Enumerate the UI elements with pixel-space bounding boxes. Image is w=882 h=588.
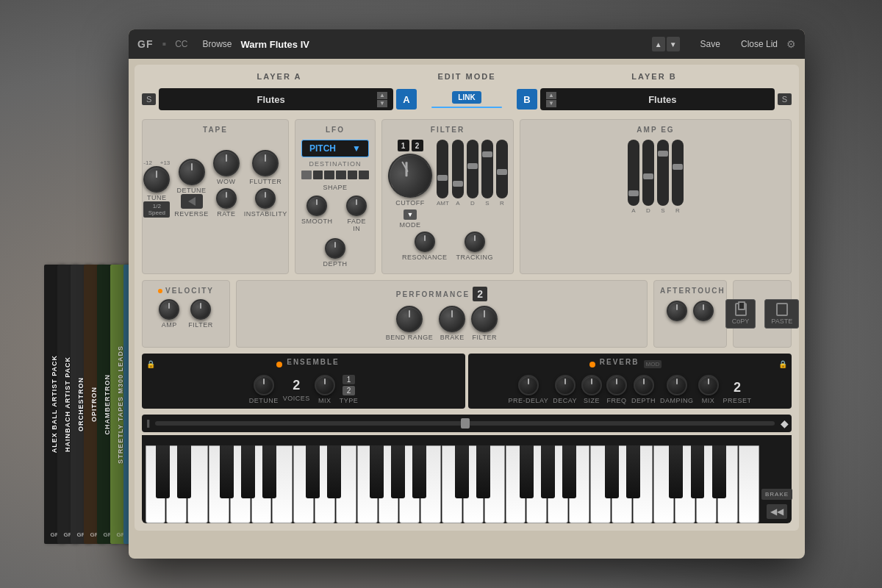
- tune-knob[interactable]: [143, 166, 170, 193]
- ensemble-type1-btn[interactable]: 1: [343, 375, 356, 384]
- black-key[interactable]: [262, 445, 276, 498]
- black-key[interactable]: [391, 445, 405, 498]
- layer-b-down[interactable]: ▼: [546, 100, 556, 107]
- black-key[interactable]: [669, 445, 683, 498]
- layer-a-solo-button[interactable]: S: [142, 93, 156, 105]
- lfo-shape-square[interactable]: [313, 171, 323, 179]
- lfo-shape-random[interactable]: [359, 171, 369, 179]
- layer-a-up[interactable]: ▲: [377, 92, 387, 99]
- lfo-depth-knob[interactable]: [325, 238, 345, 259]
- layer-a-button[interactable]: A: [396, 89, 417, 110]
- black-key[interactable]: [455, 445, 469, 498]
- filter-a-thumb[interactable]: [453, 181, 463, 187]
- save-button[interactable]: Save: [700, 39, 720, 49]
- resonance-knob[interactable]: [415, 232, 435, 252]
- ensemble-detune-knob[interactable]: [254, 375, 274, 395]
- lfo-destination-button[interactable]: PITCH ▼: [301, 140, 369, 157]
- black-key[interactable]: [220, 445, 234, 498]
- bend-range-knob[interactable]: [396, 306, 423, 332]
- filter-amt-slider[interactable]: [437, 140, 448, 198]
- black-key[interactable]: [605, 445, 619, 498]
- black-key[interactable]: [327, 445, 341, 498]
- performance-brake-knob[interactable]: [439, 306, 465, 332]
- black-key[interactable]: [412, 445, 426, 498]
- prev-preset-button[interactable]: ▲: [652, 37, 665, 51]
- aftertouch-knob2[interactable]: [693, 301, 714, 321]
- amp-a-thumb[interactable]: [628, 190, 639, 196]
- lfo-fade-in-knob[interactable]: [346, 196, 367, 216]
- freq-knob[interactable]: [606, 375, 627, 395]
- amp-d-thumb[interactable]: [643, 173, 653, 179]
- filter-d-thumb[interactable]: [467, 163, 478, 169]
- tracking-knob[interactable]: [465, 232, 485, 252]
- cutoff-knob[interactable]: [380, 146, 440, 206]
- lfo-smooth-knob[interactable]: [306, 196, 327, 216]
- filter-a-slider[interactable]: [452, 140, 464, 198]
- pitch-slider[interactable]: [155, 421, 775, 426]
- layer-b-up[interactable]: ▲: [546, 92, 556, 99]
- black-key[interactable]: [562, 445, 576, 498]
- pre-delay-knob[interactable]: [518, 375, 539, 395]
- settings-icon[interactable]: ⚙: [786, 38, 796, 50]
- size-knob[interactable]: [581, 375, 602, 395]
- pitch-thumb[interactable]: [461, 418, 470, 429]
- filter-amt-thumb[interactable]: [437, 175, 448, 181]
- black-key[interactable]: [712, 445, 726, 498]
- amp-r-thumb[interactable]: [673, 164, 683, 170]
- cc-button[interactable]: CC: [175, 39, 187, 49]
- black-key[interactable]: [306, 445, 320, 498]
- filter-d-slider[interactable]: [467, 140, 478, 198]
- rewind-button[interactable]: ◀◀: [767, 504, 787, 519]
- damping-knob[interactable]: [667, 375, 687, 395]
- black-key[interactable]: [520, 445, 534, 498]
- layer-b-button[interactable]: B: [517, 89, 537, 110]
- black-key[interactable]: [541, 445, 555, 498]
- black-key[interactable]: [691, 445, 705, 498]
- filter-r-thumb[interactable]: [497, 169, 507, 175]
- filter-type-btn[interactable]: ▼: [404, 209, 417, 220]
- depth-knob[interactable]: [634, 375, 654, 395]
- wow-knob[interactable]: [213, 150, 240, 176]
- decay-knob[interactable]: [555, 375, 576, 395]
- amp-a-slider[interactable]: [628, 140, 639, 206]
- amp-r-slider[interactable]: [672, 140, 684, 206]
- black-key[interactable]: [626, 445, 640, 498]
- browse-button[interactable]: Browse: [202, 39, 232, 49]
- black-key[interactable]: [156, 445, 170, 498]
- velocity-filter-knob[interactable]: [190, 299, 211, 320]
- brake-button[interactable]: BRAKE: [761, 489, 792, 500]
- filter-s-thumb[interactable]: [482, 151, 492, 157]
- ensemble-type2-btn[interactable]: 2: [343, 386, 356, 395]
- amp-d-slider[interactable]: [642, 140, 654, 206]
- amp-s-slider[interactable]: [657, 140, 669, 206]
- lfo-shape-tri[interactable]: [324, 171, 334, 179]
- white-key[interactable]: [739, 445, 759, 523]
- aftertouch-knob1[interactable]: [667, 301, 687, 321]
- detune-knob[interactable]: [179, 159, 205, 185]
- link-button[interactable]: LINK: [452, 91, 481, 104]
- layer-b-solo-button[interactable]: S: [778, 93, 792, 105]
- black-key[interactable]: [177, 445, 191, 498]
- paste-button[interactable]: PASTE: [764, 299, 799, 329]
- black-key[interactable]: [476, 445, 490, 498]
- velocity-amp-knob[interactable]: [159, 299, 179, 320]
- lfo-shape-saw[interactable]: [336, 171, 346, 179]
- reverse-button[interactable]: [181, 194, 203, 209]
- close-lid-button[interactable]: Close Lid: [741, 39, 778, 49]
- performance-filter-knob[interactable]: [471, 306, 498, 332]
- lfo-shape-ramp[interactable]: [348, 171, 358, 179]
- lfo-shape-sine[interactable]: [301, 171, 312, 179]
- rate-knob[interactable]: [216, 188, 237, 209]
- filter-r-slider[interactable]: [496, 140, 508, 198]
- instability-knob[interactable]: [255, 188, 276, 209]
- flutter-knob[interactable]: [252, 150, 279, 176]
- layer-a-down[interactable]: ▼: [377, 100, 387, 107]
- black-key[interactable]: [370, 445, 384, 498]
- amp-s-thumb[interactable]: [658, 151, 668, 157]
- ensemble-mix-knob[interactable]: [315, 375, 335, 395]
- black-key[interactable]: [241, 445, 255, 498]
- next-preset-button[interactable]: ▼: [667, 37, 680, 51]
- half-speed-button[interactable]: 1/2 Speed: [143, 201, 170, 218]
- copy-button[interactable]: CoPY: [725, 299, 756, 329]
- filter-s-slider[interactable]: [481, 140, 493, 198]
